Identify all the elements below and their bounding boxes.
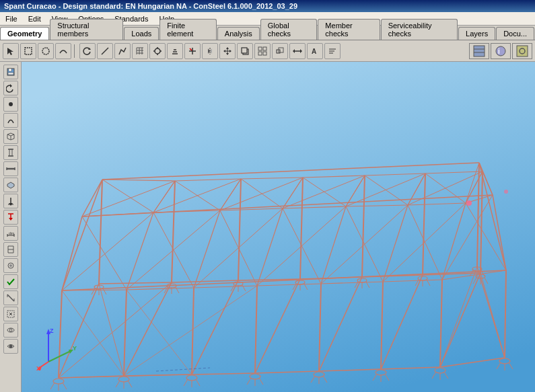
svg-marker-58 — [9, 218, 13, 221]
line-btn[interactable] — [97, 43, 113, 59]
left-sidebar: dim — [0, 62, 22, 392]
move-btn[interactable] — [219, 43, 236, 59]
visibility-btn[interactable] — [3, 339, 18, 354]
offset-btn[interactable] — [167, 43, 183, 59]
plate-btn[interactable] — [3, 178, 18, 192]
tab-structural-members[interactable]: Structural members — [50, 19, 123, 40]
svg-text:X: X — [36, 365, 40, 372]
support-btn[interactable] — [3, 194, 18, 208]
svg-marker-20 — [226, 53, 229, 55]
rotate-btn[interactable] — [79, 43, 96, 59]
title-bar: Spant Curacao - Design standard: EN Hung… — [0, 0, 535, 12]
tab-global-checks[interactable]: Global checks — [260, 19, 318, 40]
structure-3d-view — [22, 62, 535, 392]
svg-rect-48 — [9, 69, 11, 71]
svg-point-261 — [466, 200, 472, 206]
beam-btn[interactable] — [3, 161, 18, 176]
svg-rect-26 — [242, 48, 247, 53]
axes-indicator: Z Y X — [35, 325, 82, 372]
load-btn[interactable] — [3, 210, 18, 225]
tab-bar: Geometry Structural members Loads Finite… — [0, 26, 535, 40]
tab-analysis[interactable]: Analysis — [217, 27, 260, 40]
dimension-btn[interactable]: dim — [3, 226, 18, 241]
svg-line-3 — [102, 48, 108, 54]
tab-layers[interactable]: Layers — [458, 27, 495, 40]
text-btn[interactable]: A — [307, 43, 323, 59]
cursor-tool-btn[interactable] — [3, 43, 19, 59]
measure-btn[interactable] — [3, 290, 18, 305]
polyline-btn[interactable] — [114, 43, 131, 59]
tab-geometry[interactable]: Geometry — [0, 27, 49, 40]
properties-btn[interactable]: i — [491, 43, 511, 59]
toolbar-right: i — [469, 43, 532, 59]
array-btn[interactable] — [254, 43, 271, 59]
arc-2-btn[interactable] — [3, 113, 18, 128]
svg-marker-34 — [300, 49, 302, 53]
copy-btn[interactable] — [237, 43, 253, 59]
snap-settings-btn[interactable] — [512, 43, 532, 59]
tab-serviceability-checks[interactable]: Serviceability checks — [381, 19, 458, 40]
tab-docu[interactable]: Docu... — [496, 27, 534, 40]
svg-marker-21 — [223, 50, 225, 52]
svg-point-73 — [9, 329, 12, 331]
svg-marker-19 — [226, 47, 229, 49]
mirror-btn[interactable] — [202, 43, 218, 59]
zoom-btn[interactable] — [3, 307, 18, 321]
svg-text:i: i — [498, 48, 500, 55]
svg-rect-45 — [517, 46, 528, 56]
point-btn[interactable] — [3, 97, 18, 112]
menu-file[interactable]: File — [3, 13, 20, 24]
toolbar-sep-1 — [74, 44, 77, 58]
svg-marker-50 — [10, 84, 12, 87]
select-rect-btn[interactable] — [20, 43, 36, 59]
svg-marker-35 — [293, 49, 295, 53]
svg-rect-0 — [25, 48, 32, 54]
title-text: Spant Curacao - Design standard: EN Hung… — [4, 2, 297, 10]
svg-text:dim: dim — [9, 231, 14, 235]
stretch-btn[interactable] — [289, 43, 306, 59]
section-btn[interactable] — [3, 242, 18, 257]
svg-line-17 — [190, 48, 192, 50]
snap-btn[interactable] — [149, 43, 166, 59]
rotation-3d-btn[interactable] — [3, 323, 18, 338]
svg-rect-40 — [474, 46, 485, 56]
tab-finite-element[interactable]: Finite element — [159, 19, 217, 40]
toolbar: A i — [0, 40, 535, 62]
undo-btn[interactable] — [3, 81, 18, 95]
scale-btn[interactable] — [272, 43, 288, 59]
column-btn[interactable] — [3, 145, 18, 160]
svg-marker-22 — [229, 50, 231, 52]
menu-edit[interactable]: Edit — [26, 13, 44, 24]
joint-btn[interactable] — [3, 258, 18, 273]
svg-point-74 — [9, 345, 12, 348]
mtext-btn[interactable] — [324, 43, 341, 59]
grid-btn[interactable] — [132, 43, 148, 59]
svg-point-1 — [42, 48, 49, 54]
svg-rect-28 — [263, 47, 266, 50]
svg-line-66 — [7, 295, 14, 301]
arc-btn[interactable] — [55, 43, 71, 59]
svg-line-267 — [48, 350, 72, 362]
svg-rect-29 — [258, 52, 262, 55]
svg-point-10 — [155, 48, 160, 54]
svg-point-51 — [9, 102, 13, 106]
viewport[interactable]: Z Y X — [22, 62, 535, 392]
circle-select-btn[interactable] — [38, 43, 54, 59]
svg-text:Z: Z — [50, 327, 54, 334]
save-btn[interactable] — [3, 65, 18, 79]
layers-panel-btn[interactable] — [469, 43, 489, 59]
check-btn[interactable] — [3, 274, 18, 289]
box-btn[interactable] — [3, 129, 18, 144]
svg-text:Y: Y — [73, 345, 77, 352]
svg-point-65 — [9, 264, 12, 267]
svg-text:A: A — [312, 48, 316, 55]
svg-rect-49 — [8, 73, 13, 75]
trim-btn[interactable] — [184, 43, 201, 59]
tab-loads[interactable]: Loads — [124, 27, 159, 40]
svg-rect-27 — [258, 47, 262, 50]
svg-rect-30 — [263, 52, 266, 55]
tab-member-checks[interactable]: Member checks — [318, 19, 380, 40]
svg-rect-52 — [9, 149, 12, 156]
main-area: dim — [0, 62, 535, 392]
svg-point-262 — [504, 190, 508, 194]
